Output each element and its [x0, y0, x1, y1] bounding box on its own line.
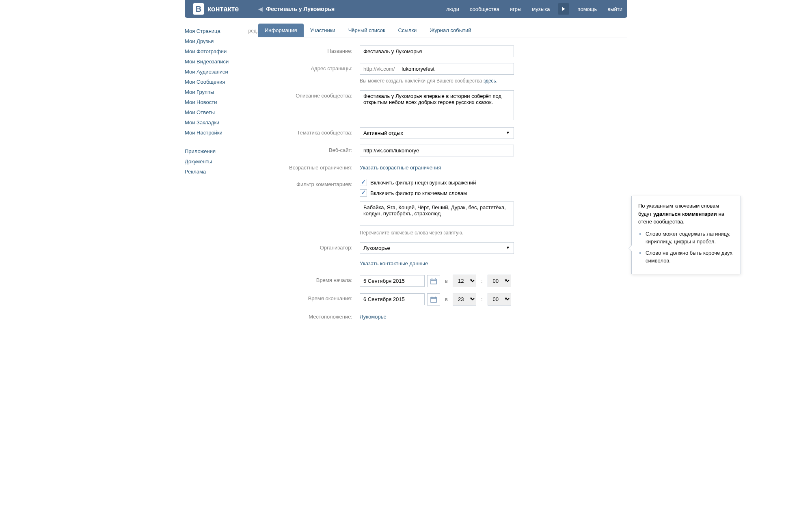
top-header: B контакте ◀ Фестиваль у Лукоморья люди … [185, 0, 627, 18]
end-hour-select[interactable]: 23 [453, 293, 476, 306]
filter-keywords-label: Включить фильтр по ключевым словам [370, 190, 467, 196]
topic-select[interactable]: Активный отдых [360, 127, 514, 139]
website-input[interactable] [360, 145, 514, 156]
at-label: в [445, 278, 448, 284]
label-age: Возрастные ограничения: [270, 162, 360, 171]
sidebar-item-docs[interactable]: Документы [185, 156, 258, 167]
nav-people[interactable]: люди [441, 6, 464, 12]
label-organizer: Организатор: [270, 242, 360, 251]
sidebar-item-audio[interactable]: Мои Аудиозаписи [185, 67, 258, 77]
nav-communities[interactable]: сообщества [465, 6, 504, 12]
logo[interactable]: B контакте [185, 0, 247, 18]
tab-info[interactable]: Информация [258, 24, 304, 37]
breadcrumb-title[interactable]: Фестиваль у Лукоморья [266, 6, 335, 12]
stickers-link[interactable]: здесь [484, 78, 496, 84]
sidebar-item-friends[interactable]: Мои Друзья [185, 36, 258, 46]
nav-back-icon[interactable]: ◀ [255, 6, 266, 12]
label-location: Местоположение: [270, 311, 360, 320]
tab-links[interactable]: Ссылки [392, 24, 423, 37]
sidebar-item-ads[interactable]: Реклама [185, 167, 258, 177]
logo-text: контакте [207, 5, 239, 13]
tooltip-item: Слово может содержать латиницу, кириллиц… [646, 230, 734, 246]
tabs: Информация Участники Чёрный список Ссылк… [258, 24, 627, 37]
tab-members[interactable]: Участники [304, 24, 342, 37]
filter-keywords-checkbox[interactable] [360, 189, 367, 197]
play-icon[interactable] [558, 3, 569, 15]
url-slug-input[interactable] [398, 63, 514, 75]
filter-obscene-checkbox[interactable] [360, 179, 367, 186]
contact-data-link[interactable]: Указать контактные данные [360, 258, 428, 269]
keywords-tooltip: По указанным ключевым словам будут удаля… [631, 196, 741, 274]
label-website: Веб-сайт: [270, 145, 360, 153]
label-name: Название: [270, 46, 360, 54]
tab-blacklist[interactable]: Чёрный список [342, 24, 392, 37]
sidebar-item-settings[interactable]: Мои Настройки [185, 128, 258, 138]
sidebar-item-news[interactable]: Мои Новости [185, 97, 258, 107]
sidebar-edit-link[interactable]: ред. [248, 28, 258, 34]
label-description: Описание сообщества: [270, 90, 360, 99]
settings-form: Название: Адрес страницы: http://vk.com/… [258, 37, 627, 336]
keywords-hint: Перечислите ключевые слова через запятую… [360, 229, 514, 236]
nav-games[interactable]: игры [505, 6, 527, 12]
organizer-select[interactable]: Лукоморье [360, 242, 514, 254]
sidebar-item-videos[interactable]: Мои Видеозаписи [185, 56, 258, 67]
sidebar-item-messages[interactable]: Мои Сообщения [185, 77, 258, 87]
at-label: в [445, 296, 448, 302]
start-hour-select[interactable]: 12 [453, 275, 476, 287]
age-restrictions-link[interactable]: Указать возрастные ограничения [360, 162, 441, 173]
start-date-input[interactable] [360, 275, 425, 287]
label-filter: Фильтр комментариев: [270, 179, 360, 187]
filter-obscene-label: Включить фильтр нецензурных выражений [370, 180, 476, 186]
sidebar-item-groups[interactable]: Мои Группы [185, 87, 258, 97]
sidebar-separator [185, 142, 258, 142]
sidebar: Моя Страницаред. Мои Друзья Мои Фотограф… [185, 24, 258, 336]
label-topic: Тематика сообщества: [270, 127, 360, 136]
calendar-icon[interactable] [427, 275, 440, 287]
sidebar-item-photos[interactable]: Мои Фотографии [185, 46, 258, 56]
nav-help[interactable]: помощь [572, 6, 602, 12]
svg-rect-4 [431, 297, 436, 302]
sidebar-item-bookmarks[interactable]: Мои Закладки [185, 117, 258, 128]
svg-rect-0 [431, 279, 436, 284]
sidebar-item-apps[interactable]: Приложения [185, 146, 258, 156]
nav-music[interactable]: музыка [527, 6, 555, 12]
description-textarea[interactable]: Фестиваль у Лукоморья впервые в истории … [360, 90, 514, 120]
main-content: Информация Участники Чёрный список Ссылк… [258, 24, 627, 336]
name-input[interactable] [360, 46, 514, 57]
sidebar-item-answers[interactable]: Мои Ответы [185, 107, 258, 117]
location-link[interactable]: Лукоморье [360, 311, 387, 322]
end-minute-select[interactable]: 00 [488, 293, 511, 306]
logo-icon: B [193, 3, 204, 15]
keywords-textarea[interactable]: Бабайка, Яга, Кощей, Чёрт, Леший, Дурак,… [360, 202, 514, 225]
label-end: Время окончания: [270, 293, 360, 301]
start-minute-select[interactable]: 00 [488, 275, 511, 287]
label-address: Адрес страницы: [270, 63, 360, 72]
url-prefix: http://vk.com/ [360, 63, 398, 75]
end-date-input[interactable] [360, 293, 425, 305]
label-start: Время начала: [270, 275, 360, 283]
calendar-icon[interactable] [427, 293, 440, 306]
tooltip-item: Слово не должно быть короче двух символо… [646, 249, 734, 265]
tab-log[interactable]: Журнал событий [423, 24, 477, 37]
nav-logout[interactable]: выйти [603, 6, 627, 12]
address-hint: Вы можете создать наклейки для Вашего со… [360, 77, 514, 85]
sidebar-item-mypage[interactable]: Моя Страницаред. [185, 26, 258, 36]
